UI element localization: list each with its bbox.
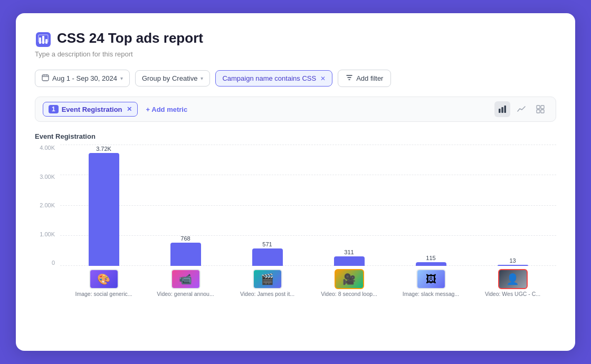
svg-rect-5 [42,75,49,81]
metric-num: 1 [49,105,59,113]
metric-label: Event Registration [62,106,122,113]
bar-col: 13 [474,145,551,266]
svg-rect-9 [501,107,503,113]
bar-value-label: 311 [344,249,354,255]
chart-section: Event Registration 4.00K3.00K2.00K1.00K0… [35,132,556,303]
bars-row: 3.72K76857131111513 [60,145,556,266]
x-label-col: 🖼Image: slack messag... [393,269,469,297]
svg-rect-12 [541,106,544,109]
add-metric-label: + Add metric [146,106,188,113]
x-thumb: 📹 [171,269,201,289]
x-thumb: 🎨 [89,269,119,289]
filters-row: Aug 1 - Sep 30, 2024 ▾ Group by Creative… [35,70,556,87]
x-label-col: 📹Video: general annou... [147,269,224,297]
bar-chart-view-button[interactable] [494,101,510,117]
bar-col: 768 [147,145,224,266]
bar-value-label: 571 [262,241,272,247]
group-by-label: Group by Creative [142,74,198,82]
x-thumb: 🎥 [335,269,364,289]
report-title: CSS 24 Top ads report [57,30,203,46]
x-thumb: 🖼 [416,269,446,289]
group-by-filter[interactable]: Group by Creative ▾ [135,70,211,87]
group-chevron-icon: ▾ [201,75,203,81]
x-name: Image: social generic... [75,291,132,297]
x-name: Image: slack messag... [403,291,459,297]
bar [89,153,119,266]
add-metric-button[interactable]: + Add metric [142,103,192,116]
y-axis: 4.00K3.00K2.00K1.00K0 [35,145,60,298]
campaign-filter-tag[interactable]: Campaign name contains CSS ✕ [215,70,332,87]
metric-tag: 1 Event Registration ✕ [43,102,138,117]
y-axis-label: 3.00K [40,174,55,180]
add-filter-label: Add filter [356,74,383,82]
chart-area: 4.00K3.00K2.00K1.00K0 3.72K7685713111151… [35,145,556,298]
metrics-row: 1 Event Registration ✕ + Add metric [35,97,556,122]
bar [170,243,201,266]
bar-col: 115 [393,145,469,266]
report-header: CSS 24 Top ads report [35,30,556,48]
x-label-col: 🎬Video: James post it... [229,269,306,297]
calendar-icon [42,74,49,83]
chart-label: Event Registration [35,132,556,140]
svg-rect-10 [504,106,507,113]
campaign-filter-close[interactable]: ✕ [320,75,326,82]
x-name: Video: 8 second loop... [321,291,377,297]
x-name: Video: James post it... [240,291,294,297]
svg-rect-7 [46,74,47,76]
x-thumb: 👤 [498,269,528,289]
report-description: Type a description for this report [35,50,556,58]
date-range-label: Aug 1 - Sep 30, 2024 [52,74,117,82]
bar [498,265,528,266]
bar [334,256,365,266]
x-name: Video: general annou... [157,291,214,297]
x-labels: 🎨Image: social generic...📹Video: general… [60,267,556,298]
svg-rect-3 [45,39,47,44]
grid-view-button[interactable] [532,101,548,117]
svg-rect-1 [39,37,41,44]
filter-icon [346,74,353,83]
chart-view-icons [494,101,548,117]
y-axis-label: 0 [52,260,55,266]
x-label-col: 🎨Image: social generic... [65,269,142,297]
bar-col: 3.72K [65,145,142,266]
add-filter-button[interactable]: Add filter [338,70,391,87]
report-card: CSS 24 Top ads report Type a description… [16,13,575,351]
bar-col: 571 [229,145,306,266]
svg-rect-14 [541,110,544,113]
svg-rect-8 [499,109,501,113]
bar-value-label: 3.72K [96,146,111,152]
x-label-col: 🎥Video: 8 second loop... [311,269,387,297]
svg-rect-6 [44,74,44,76]
bar [416,262,446,266]
x-name: Video: Wes UGC - C... [485,291,540,297]
bar-value-label: 768 [180,235,190,242]
bar-col: 311 [311,145,387,266]
campaign-filter-label: Campaign name contains CSS [222,74,316,82]
svg-rect-11 [537,106,540,109]
date-range-filter[interactable]: Aug 1 - Sep 30, 2024 ▾ [35,70,130,87]
bar [252,248,283,266]
bar-value-label: 115 [426,255,435,261]
date-chevron-icon: ▾ [120,75,123,81]
line-chart-view-button[interactable] [513,101,529,117]
y-axis-label: 1.00K [40,231,55,237]
bar-value-label: 13 [509,257,516,264]
x-label-col: 👤Video: Wes UGC - C... [474,269,551,297]
y-axis-label: 4.00K [40,145,55,151]
y-axis-label: 2.00K [40,202,55,208]
report-icon [35,31,52,48]
metric-close[interactable]: ✕ [127,106,132,113]
chart-inner: 3.72K76857131111513🎨Image: social generi… [60,145,556,298]
x-thumb: 🎬 [253,269,282,289]
svg-rect-13 [537,110,540,113]
